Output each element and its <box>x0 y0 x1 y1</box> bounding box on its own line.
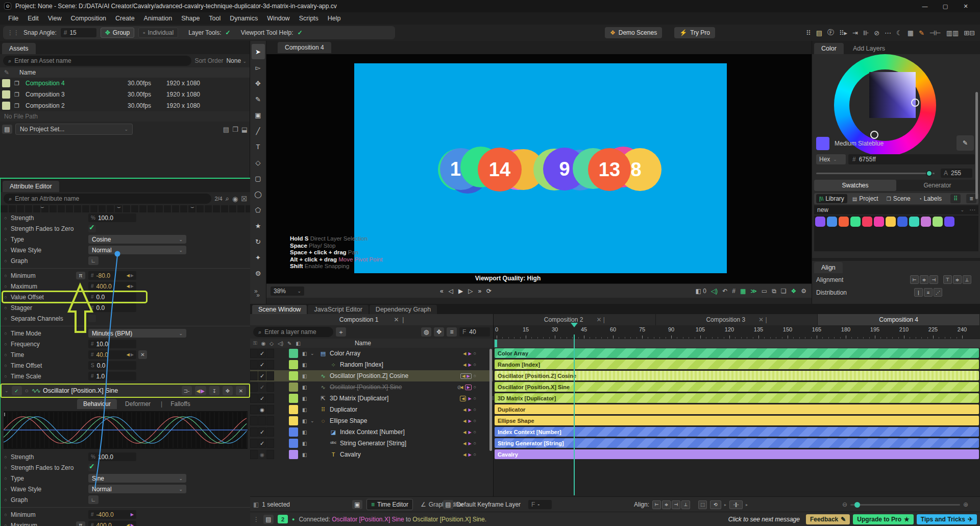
layer-keyframe-controls[interactable]: ◀▶○ <box>463 418 476 423</box>
menu-animation[interactable]: Animation <box>140 13 177 23</box>
attribute-field[interactable]: #0.0 <box>88 303 136 312</box>
visibility-cell[interactable]: ✓ <box>258 439 266 448</box>
keyframe-box[interactable]: ◀▶ <box>460 373 471 379</box>
attribute-field[interactable]: #10.0 <box>88 340 136 348</box>
circle-14[interactable]: 14 <box>478 148 522 192</box>
composition1-tab[interactable]: Composition 1✕ | <box>250 314 493 325</box>
eye-icon[interactable]: ◉ <box>261 341 266 346</box>
layer-row[interactable]: ✓◧◪Index Context [Number]◀▶○ <box>250 426 493 438</box>
ff-icon[interactable]: ≫ <box>750 288 757 295</box>
align-tab[interactable]: Align <box>814 262 843 273</box>
prev-key-icon[interactable]: ◀ <box>461 396 464 401</box>
camera-icon[interactable]: ◧ <box>296 341 300 346</box>
layer-keyframe-controls[interactable]: ◀▶○ <box>463 429 476 435</box>
demo-scenes-button[interactable]: ❖Demo Scenes <box>605 27 662 38</box>
layer-camera-icon[interactable]: ◧ <box>302 407 310 413</box>
asset-row[interactable]: ❐Composition 230.00fps1920 x 1080 <box>0 100 250 111</box>
layer-row[interactable]: ◉◧⠿Duplicator◀▶○ <box>250 404 493 415</box>
next-key-icon[interactable]: ▶ <box>467 385 470 390</box>
alpha-slider[interactable] <box>816 173 935 174</box>
gear-icon[interactable]: ⚙ <box>801 288 806 295</box>
layers-icon[interactable]: ⧉ <box>772 288 776 295</box>
snap-angle-field[interactable]: #15 <box>61 28 96 37</box>
state-cell[interactable] <box>250 450 258 459</box>
close-icon[interactable]: ✕ | <box>758 316 767 323</box>
graph-icon[interactable]: ∟ <box>88 256 99 265</box>
prev-key-icon[interactable]: ◀ <box>463 419 466 423</box>
keyframe-arrows[interactable]: ◀▶ <box>127 512 134 517</box>
state-cell[interactable] <box>266 382 274 392</box>
layer-keyframe-controls[interactable]: ◀▶○ <box>460 396 476 401</box>
solo-button[interactable]: ▣ <box>352 500 362 509</box>
collapsed-attributes-strip[interactable]: ⌣⌣⌣ <box>1 205 250 212</box>
filter-scene[interactable]: ❐Scene <box>884 194 914 203</box>
layer-camera-icon[interactable]: ◧ <box>302 351 310 356</box>
next-key-icon[interactable]: ▶ <box>468 430 471 435</box>
attribute-select[interactable]: Normal⌄ <box>88 485 186 493</box>
menu-dynamics[interactable]: Dynamics <box>226 13 262 23</box>
tab-scene-window[interactable]: Scene Window <box>252 305 307 314</box>
state-cell[interactable] <box>266 371 274 380</box>
perspective-tool[interactable]: ◇ <box>252 155 265 170</box>
color-swatch[interactable] <box>933 217 943 227</box>
next-key-icon[interactable]: ▶ <box>468 363 471 367</box>
tab-falloffs[interactable]: Falloffs <box>164 399 196 409</box>
attribute-radio[interactable]: ○ <box>1 487 11 492</box>
direct-select-tool[interactable]: ▻ <box>252 60 265 75</box>
work-area-strip[interactable] <box>494 339 980 348</box>
expand-icon[interactable]: » <box>254 288 258 295</box>
color-swatch[interactable] <box>897 217 908 227</box>
attribute-radio[interactable]: ○ <box>1 342 11 347</box>
solo-radio-icon[interactable]: ○ <box>25 387 29 394</box>
prev-key-icon[interactable]: ◀ <box>463 363 466 367</box>
attribute-radio[interactable]: ○ <box>1 237 11 242</box>
viewport-help-check[interactable]: ✓ <box>298 29 303 36</box>
keyframe-radio[interactable]: ○ <box>474 351 476 356</box>
saturation-value-square[interactable] <box>869 72 916 118</box>
message-count-badge[interactable]: 2 <box>278 515 288 523</box>
keyframe-radio[interactable]: ○ <box>474 418 476 423</box>
layer-row[interactable]: ✓◧⇱3D Matrix [Duplicator]◀▶○ <box>250 393 493 404</box>
layer-row[interactable]: ✓◧⌄▤Color Array◀▶○ <box>250 348 493 359</box>
prev-key-icon[interactable]: ◀ <box>127 352 130 357</box>
layer-row[interactable]: ✓◧ᵅᵇᶜString Generator [String]◀▶○ <box>250 438 493 449</box>
chevron-down-icon[interactable]: ⌄ <box>310 418 318 423</box>
layer-camera-icon[interactable]: ◧ <box>302 452 310 458</box>
keyframe-layer-select[interactable]: Default Keyframe Layer <box>456 501 521 508</box>
attribute-radio[interactable]: ○ <box>1 374 11 379</box>
pin-icon[interactable]: ↧ <box>209 386 219 395</box>
align-button[interactable]: ≑ <box>920 275 928 284</box>
sv-marker[interactable] <box>911 99 919 107</box>
move-icon[interactable]: ✥ <box>223 386 233 395</box>
track-bar[interactable]: String Generator [String] <box>495 438 979 448</box>
track-row[interactable]: Ellipse Shape <box>494 415 980 426</box>
layer-row[interactable]: ◉◧TCavalry◀▶○ <box>250 449 493 460</box>
prev-key-icon[interactable]: ◀ <box>463 351 466 356</box>
align-button[interactable]: ≑ <box>953 275 962 284</box>
filter-move-icon[interactable]: ✥ <box>434 327 444 337</box>
viewport-zoom-select[interactable]: 38%⌄ <box>271 286 304 296</box>
snap-playhead-icon[interactable]: -∥- <box>729 500 743 509</box>
track-bar[interactable]: 3D Matrix [Duplicator] <box>495 393 979 403</box>
upgrade-pro-button[interactable]: Upgrade to Pro★ <box>853 514 913 524</box>
prev-key-icon[interactable]: ◀ <box>127 273 130 278</box>
menu-tool[interactable]: Tool <box>205 13 225 23</box>
menu-edit[interactable]: Edit <box>23 13 43 23</box>
layer-color-swatch[interactable] <box>289 360 298 369</box>
attribute-radio[interactable]: ○ <box>1 363 11 368</box>
sort-order-select[interactable]: None ⌄ <box>226 57 247 64</box>
attribute-field[interactable]: #-400.0◀▶ <box>88 510 136 519</box>
track-bar[interactable]: Cavalry <box>495 449 979 459</box>
attribute-field[interactable]: %100.0 <box>88 213 136 222</box>
attribute-radio[interactable]: ○ <box>1 226 11 231</box>
group-button[interactable]: ✥Group <box>101 28 134 38</box>
layer-keyframe-controls[interactable]: ◀▶○ <box>463 452 476 457</box>
screen-icon[interactable]: ▭ <box>762 288 767 295</box>
keyframe-radio[interactable]: ○ <box>474 452 476 457</box>
track-row[interactable]: Oscillator [Position.Z] Cosine <box>494 370 980 381</box>
next-message-link[interactable]: Click to see next message <box>728 516 800 523</box>
time-editor-button[interactable]: ≡Time Editor <box>366 499 413 510</box>
asset-row[interactable]: ❐Composition 330.00fps1920 x 1080 <box>0 89 250 100</box>
track-row[interactable]: Random [Index] <box>494 359 980 370</box>
frame-back-icon[interactable]: ◁ <box>449 288 453 295</box>
